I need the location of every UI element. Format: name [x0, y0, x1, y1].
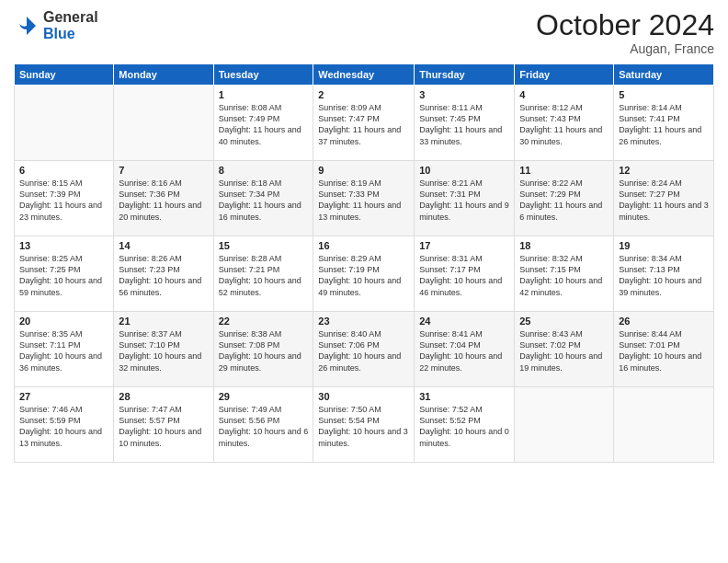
day-info: Sunrise: 8:14 AM Sunset: 7:41 PM Dayligh…: [619, 102, 709, 147]
day-info: Sunrise: 8:18 AM Sunset: 7:34 PM Dayligh…: [219, 178, 309, 223]
calendar-table: Sunday Monday Tuesday Wednesday Thursday…: [14, 63, 714, 463]
day-number: 15: [219, 240, 309, 251]
logo: General Blue: [14, 9, 98, 41]
day-info: Sunrise: 8:28 AM Sunset: 7:21 PM Dayligh…: [219, 253, 309, 298]
calendar-cell: 18Sunrise: 8:32 AM Sunset: 7:15 PM Dayli…: [515, 236, 614, 312]
calendar-week-row: 1Sunrise: 8:08 AM Sunset: 7:49 PM Daylig…: [15, 86, 714, 161]
day-info: Sunrise: 8:41 AM Sunset: 7:04 PM Dayligh…: [419, 328, 509, 373]
day-number: 1: [219, 89, 309, 100]
day-info: Sunrise: 8:43 AM Sunset: 7:02 PM Dayligh…: [519, 328, 609, 373]
day-number: 4: [519, 89, 609, 100]
day-number: 23: [318, 316, 409, 327]
day-info: Sunrise: 8:44 AM Sunset: 7:01 PM Dayligh…: [619, 328, 709, 373]
calendar-cell: 13Sunrise: 8:25 AM Sunset: 7:25 PM Dayli…: [15, 236, 114, 312]
calendar-cell: 26Sunrise: 8:44 AM Sunset: 7:01 PM Dayli…: [614, 312, 714, 387]
calendar-cell: 7Sunrise: 8:16 AM Sunset: 7:36 PM Daylig…: [114, 161, 213, 236]
col-tuesday: Tuesday: [213, 64, 313, 86]
day-number: 2: [318, 89, 409, 100]
day-number: 12: [619, 165, 709, 176]
day-number: 7: [119, 165, 208, 176]
calendar-cell: 16Sunrise: 8:29 AM Sunset: 7:19 PM Dayli…: [313, 236, 415, 312]
day-info: Sunrise: 8:09 AM Sunset: 7:47 PM Dayligh…: [318, 102, 409, 147]
calendar-cell: [614, 387, 714, 463]
day-number: 29: [219, 391, 309, 402]
calendar-cell: 17Sunrise: 8:31 AM Sunset: 7:17 PM Dayli…: [415, 236, 515, 312]
day-info: Sunrise: 8:08 AM Sunset: 7:49 PM Dayligh…: [219, 102, 309, 147]
day-number: 3: [419, 89, 509, 100]
day-info: Sunrise: 8:34 AM Sunset: 7:13 PM Dayligh…: [619, 253, 709, 298]
calendar-cell: 11Sunrise: 8:22 AM Sunset: 7:29 PM Dayli…: [515, 161, 614, 236]
calendar-cell: 19Sunrise: 8:34 AM Sunset: 7:13 PM Dayli…: [614, 236, 714, 312]
day-number: 30: [318, 391, 409, 402]
day-info: Sunrise: 8:32 AM Sunset: 7:15 PM Dayligh…: [519, 253, 609, 298]
calendar-cell: 10Sunrise: 8:21 AM Sunset: 7:31 PM Dayli…: [415, 161, 515, 236]
calendar-cell: [515, 387, 614, 463]
day-info: Sunrise: 7:49 AM Sunset: 5:56 PM Dayligh…: [219, 404, 309, 449]
day-number: 19: [619, 240, 709, 251]
calendar-cell: 24Sunrise: 8:41 AM Sunset: 7:04 PM Dayli…: [415, 312, 515, 387]
calendar-cell: 4Sunrise: 8:12 AM Sunset: 7:43 PM Daylig…: [515, 86, 614, 161]
calendar-cell: 23Sunrise: 8:40 AM Sunset: 7:06 PM Dayli…: [313, 312, 415, 387]
calendar-week-row: 6Sunrise: 8:15 AM Sunset: 7:39 PM Daylig…: [15, 161, 714, 236]
day-number: 25: [519, 316, 609, 327]
day-number: 9: [318, 165, 409, 176]
logo-blue: Blue: [43, 26, 98, 42]
logo-text: General Blue: [43, 9, 98, 41]
day-number: 5: [619, 89, 709, 100]
calendar-cell: 8Sunrise: 8:18 AM Sunset: 7:34 PM Daylig…: [213, 161, 313, 236]
day-info: Sunrise: 8:35 AM Sunset: 7:11 PM Dayligh…: [19, 328, 108, 373]
calendar-cell: 15Sunrise: 8:28 AM Sunset: 7:21 PM Dayli…: [213, 236, 313, 312]
calendar-cell: 5Sunrise: 8:14 AM Sunset: 7:41 PM Daylig…: [614, 86, 714, 161]
calendar-cell: 14Sunrise: 8:26 AM Sunset: 7:23 PM Dayli…: [114, 236, 213, 312]
day-number: 6: [19, 165, 108, 176]
day-number: 26: [619, 316, 709, 327]
day-number: 11: [519, 165, 609, 176]
day-number: 8: [219, 165, 309, 176]
day-info: Sunrise: 8:25 AM Sunset: 7:25 PM Dayligh…: [19, 253, 108, 298]
calendar-cell: 2Sunrise: 8:09 AM Sunset: 7:47 PM Daylig…: [313, 86, 415, 161]
col-friday: Friday: [515, 64, 614, 86]
day-info: Sunrise: 8:38 AM Sunset: 7:08 PM Dayligh…: [219, 328, 309, 373]
day-number: 21: [119, 316, 208, 327]
day-number: 27: [19, 391, 108, 402]
day-info: Sunrise: 8:12 AM Sunset: 7:43 PM Dayligh…: [519, 102, 609, 147]
day-number: 10: [419, 165, 509, 176]
location: Augan, France: [536, 41, 714, 56]
day-info: Sunrise: 8:24 AM Sunset: 7:27 PM Dayligh…: [619, 178, 709, 223]
day-number: 20: [19, 316, 108, 327]
calendar-cell: 6Sunrise: 8:15 AM Sunset: 7:39 PM Daylig…: [15, 161, 114, 236]
day-number: 16: [318, 240, 409, 251]
day-number: 31: [419, 391, 509, 402]
calendar-cell: [114, 86, 213, 161]
calendar-cell: 9Sunrise: 8:19 AM Sunset: 7:33 PM Daylig…: [313, 161, 415, 236]
calendar-cell: 1Sunrise: 8:08 AM Sunset: 7:49 PM Daylig…: [213, 86, 313, 161]
day-number: 14: [119, 240, 208, 251]
calendar-cell: 31Sunrise: 7:52 AM Sunset: 5:52 PM Dayli…: [415, 387, 515, 463]
calendar-cell: 20Sunrise: 8:35 AM Sunset: 7:11 PM Dayli…: [15, 312, 114, 387]
calendar-cell: 12Sunrise: 8:24 AM Sunset: 7:27 PM Dayli…: [614, 161, 714, 236]
day-info: Sunrise: 7:50 AM Sunset: 5:54 PM Dayligh…: [318, 404, 409, 449]
day-number: 28: [119, 391, 208, 402]
calendar-cell: 22Sunrise: 8:38 AM Sunset: 7:08 PM Dayli…: [213, 312, 313, 387]
day-info: Sunrise: 8:37 AM Sunset: 7:10 PM Dayligh…: [119, 328, 208, 373]
day-number: 22: [219, 316, 309, 327]
day-info: Sunrise: 8:19 AM Sunset: 7:33 PM Dayligh…: [318, 178, 409, 223]
day-number: 18: [519, 240, 609, 251]
day-info: Sunrise: 8:29 AM Sunset: 7:19 PM Dayligh…: [318, 253, 409, 298]
month-title: October 2024: [536, 9, 714, 41]
logo-general: General: [43, 9, 98, 26]
calendar-header-row: Sunday Monday Tuesday Wednesday Thursday…: [15, 64, 714, 86]
calendar-cell: 28Sunrise: 7:47 AM Sunset: 5:57 PM Dayli…: [114, 387, 213, 463]
col-saturday: Saturday: [614, 64, 714, 86]
title-block: October 2024 Augan, France: [536, 9, 714, 56]
day-info: Sunrise: 8:15 AM Sunset: 7:39 PM Dayligh…: [19, 178, 108, 223]
day-info: Sunrise: 7:52 AM Sunset: 5:52 PM Dayligh…: [419, 404, 509, 449]
day-info: Sunrise: 8:21 AM Sunset: 7:31 PM Dayligh…: [419, 178, 509, 223]
day-info: Sunrise: 8:26 AM Sunset: 7:23 PM Dayligh…: [119, 253, 208, 298]
calendar-cell: [15, 86, 114, 161]
header: General Blue October 2024 Augan, France: [14, 9, 714, 56]
day-number: 13: [19, 240, 108, 251]
day-number: 24: [419, 316, 509, 327]
day-info: Sunrise: 8:22 AM Sunset: 7:29 PM Dayligh…: [519, 178, 609, 223]
calendar-cell: 29Sunrise: 7:49 AM Sunset: 5:56 PM Dayli…: [213, 387, 313, 463]
